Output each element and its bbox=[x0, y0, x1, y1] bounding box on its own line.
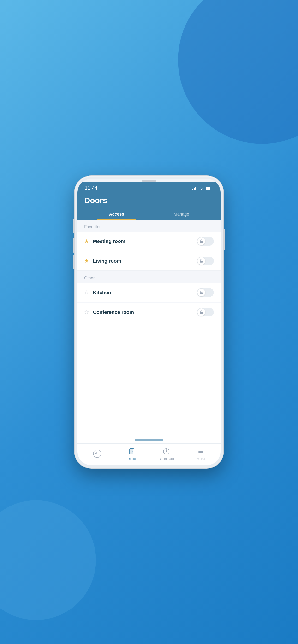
nav-label-menu: Menu bbox=[197, 457, 205, 460]
wifi-icon bbox=[199, 186, 204, 190]
door-name-kitchen: Kitchen bbox=[93, 290, 197, 296]
nav-label-dashboard: Dashboard bbox=[159, 457, 174, 460]
signal-icon bbox=[192, 186, 198, 190]
door-item-meeting-room[interactable]: ★ Meeting room bbox=[77, 232, 221, 251]
nav-label-doors: Doors bbox=[128, 457, 136, 460]
door-item-living-room[interactable]: ★ Living room bbox=[77, 251, 221, 271]
lock-icon-kitchen bbox=[198, 289, 205, 296]
nav-item-nfc[interactable] bbox=[80, 450, 114, 458]
lock-toggle-living[interactable] bbox=[197, 256, 214, 265]
section-favorites-header: Favorites bbox=[77, 220, 221, 232]
content-area: Favorites ★ Meeting room bbox=[77, 220, 221, 438]
svg-rect-1 bbox=[200, 261, 203, 262]
svg-point-7 bbox=[133, 451, 133, 452]
content-spacer bbox=[77, 322, 221, 438]
phone-wrapper: 11:44 bbox=[75, 176, 223, 468]
door-name-conference: Conference room bbox=[93, 309, 197, 315]
menu-icon bbox=[197, 447, 205, 456]
nav-item-menu[interactable]: Menu bbox=[184, 447, 218, 460]
door-name-living: Living room bbox=[93, 258, 197, 264]
door-name-meeting: Meeting room bbox=[93, 238, 197, 244]
lock-toggle-meeting[interactable] bbox=[197, 237, 214, 246]
tab-bar: Access Manage bbox=[84, 209, 214, 220]
star-filled-icon-meeting[interactable]: ★ bbox=[84, 238, 89, 244]
home-indicator-bar bbox=[135, 440, 163, 440]
nfc-icon bbox=[93, 450, 101, 458]
svg-rect-2 bbox=[200, 292, 203, 294]
phone-frame: 11:44 bbox=[75, 176, 223, 468]
status-icons bbox=[192, 186, 213, 190]
signal-bar-4 bbox=[197, 187, 198, 190]
tab-access[interactable]: Access bbox=[84, 209, 149, 220]
door-item-kitchen[interactable]: ☆ Kitchen bbox=[77, 283, 221, 302]
door-item-conference-room[interactable]: ☆ Conference room bbox=[77, 302, 221, 322]
svg-rect-3 bbox=[200, 312, 203, 314]
app-header: Doors Access Manage bbox=[77, 193, 221, 220]
signal-bar-3 bbox=[195, 187, 196, 190]
lock-toggle-kitchen[interactable] bbox=[197, 288, 214, 297]
nav-item-doors[interactable]: Doors bbox=[114, 447, 149, 460]
status-time: 11:44 bbox=[85, 186, 98, 191]
svg-point-4 bbox=[93, 450, 101, 458]
app-title: Doors bbox=[84, 196, 214, 205]
phone-screen: 11:44 bbox=[77, 179, 221, 465]
lock-icon-meeting bbox=[198, 238, 205, 245]
signal-bar-1 bbox=[192, 189, 193, 190]
signal-bar-2 bbox=[194, 188, 195, 190]
star-empty-icon-conference[interactable]: ☆ bbox=[84, 309, 89, 315]
section-other-header: Other bbox=[77, 271, 221, 283]
status-bar: 11:44 bbox=[77, 182, 221, 193]
home-indicator bbox=[77, 438, 221, 444]
star-filled-icon-living[interactable]: ★ bbox=[84, 258, 89, 264]
lock-toggle-conference[interactable] bbox=[197, 308, 214, 316]
door-icon bbox=[127, 447, 136, 456]
bottom-nav: Doors Dashboard bbox=[77, 444, 221, 465]
svg-rect-11 bbox=[198, 451, 203, 452]
nav-item-dashboard[interactable]: Dashboard bbox=[149, 447, 184, 460]
svg-rect-0 bbox=[200, 241, 203, 243]
battery-icon bbox=[206, 187, 213, 190]
dashboard-icon bbox=[162, 447, 171, 456]
svg-point-9 bbox=[166, 451, 167, 452]
svg-rect-10 bbox=[198, 450, 203, 450]
svg-rect-12 bbox=[198, 452, 203, 453]
lock-icon-living bbox=[198, 257, 205, 265]
star-empty-icon-kitchen[interactable]: ☆ bbox=[84, 290, 89, 296]
lock-icon-conference bbox=[198, 308, 205, 316]
tab-manage[interactable]: Manage bbox=[149, 209, 214, 220]
